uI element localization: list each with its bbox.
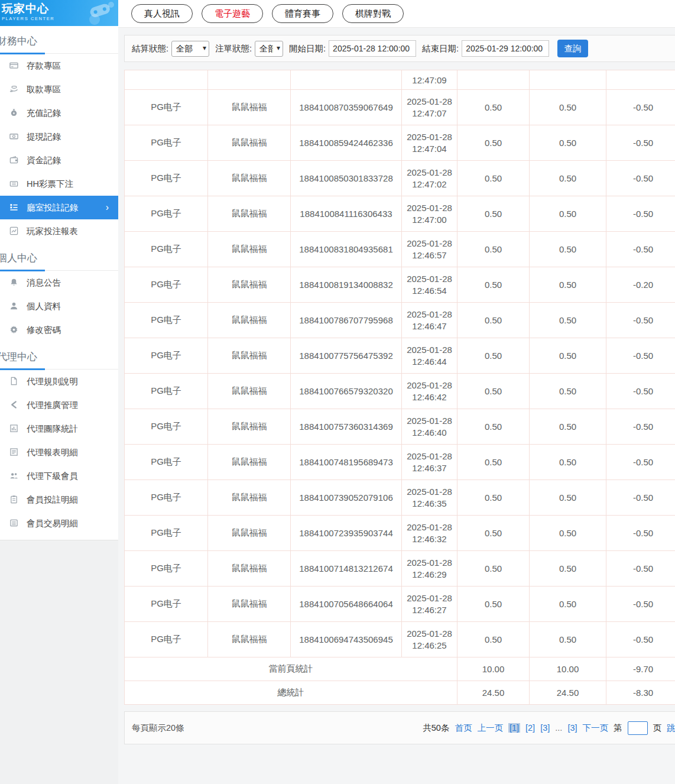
cashout-banknote-icon [9,132,19,141]
game-cell: 鼠鼠福福 [208,374,291,409]
time-cell: 2025-01-2812:46:25 [402,622,457,657]
query-button[interactable]: 查詢 [557,40,588,57]
sidebar-item[interactable]: 充值記錄 [0,101,118,125]
sidebar-item[interactable]: 個人資料 [0,294,118,318]
end-date-input[interactable] [462,40,549,57]
valid-bet-cell: 0.50 [530,409,606,445]
sidebar-item[interactable]: 代理規則說明 [0,370,118,393]
settle-status-label: 結算狀態: [132,43,168,54]
settle-status-select[interactable]: 全部 [171,41,209,57]
document-icon [9,377,19,386]
sidebar-item[interactable]: 會員投註明細 [0,488,118,511]
category-tab[interactable]: 體育賽事 [272,4,333,23]
provider-cell: PG电子 [125,303,208,338]
time-cell: 2025-01-2812:46:37 [402,445,457,480]
page-link[interactable]: [2] [525,723,535,733]
current-page[interactable]: [1] [508,723,520,733]
order-no-cell: 1884100748195689473 [291,445,402,480]
table-row: PG电子 鼠鼠福福 1884100714813212674 2025-01-28… [125,551,675,587]
start-date-input[interactable] [329,40,416,57]
team-stats-icon [9,424,19,433]
valid-bet-cell: 0.50 [530,267,606,303]
sidebar-item[interactable]: 代理團隊統計 [0,417,118,440]
time-cell: 2025-01-2812:47:02 [402,161,457,196]
sidebar-item[interactable]: 修改密碼 [0,318,118,342]
valid-bet-cell: 0.50 [530,587,606,622]
bet-cell: 0.50 [457,338,530,374]
provider-cell: PG电子 [125,196,208,232]
sidebar-item[interactable]: 提現記錄 [0,125,118,148]
pagination-bar: 每頁顯示20條 共50条 首页 上一页 [1][2][3]...[3]下一页 第… [124,711,675,744]
prev-page-link[interactable]: 上一页 [477,723,503,734]
next-page-link[interactable]: 下一页 [583,723,609,734]
table-row: PG电子 鼠鼠福福 1884100831804935681 2025-01-28… [125,232,675,267]
win-loss-cell: -0.50 [606,232,675,267]
order-no-cell: 1884100841116306433 [291,196,402,232]
bet-records-table: 12:47:09 PG电子 鼠鼠福福 1884100870359067649 2… [124,70,675,705]
category-tab[interactable]: 電子遊藝 [202,4,263,23]
bet-cell: 0.50 [457,303,530,338]
report-detail-icon [9,448,19,457]
valid-bet-cell: 0.50 [530,551,606,587]
sidebar-item[interactable]: 資金記錄 [0,148,118,172]
provider-cell: PG电子 [125,551,208,587]
sidebar-section: 個人中心 消息公告 個人資料 修改密碼 [0,243,118,342]
sidebar-item[interactable]: 廳室投註記錄 › [0,196,118,219]
sidebar-item[interactable]: 會員交易明細 [0,511,118,535]
category-tab[interactable]: 真人視訊 [131,4,193,23]
page-summary-valid-bet: 10.00 [530,657,606,681]
sidebar-item[interactable]: 代理報表明細 [0,440,118,464]
win-loss-cell: -0.50 [606,125,675,161]
win-loss-cell: -0.20 [606,267,675,303]
bet-cell: 0.50 [457,161,530,196]
bet-cell: 0.50 [457,480,530,516]
page-jump-input[interactable] [628,721,648,735]
sidebar-item[interactable]: 存款專區 [0,54,118,77]
valid-bet-cell: 0.50 [530,480,606,516]
category-tabs: 真人視訊 電子遊藝 體育賽事 棋牌對戰 [118,0,675,28]
sidebar-section-title: 代理中心 [0,342,118,370]
game-cell: 鼠鼠福福 [208,445,291,480]
gear-icon [9,325,19,335]
sidebar-item[interactable]: HH彩票下注 [0,172,118,196]
pagination: 共50条 首页 上一页 [1][2][3]...[3]下一页 第 页 跳转 [423,721,675,735]
chevron-right-icon: › [106,203,109,212]
table-row: PG电子 鼠鼠福福 1884100870359067649 2025-01-28… [125,90,675,125]
time-cell: 2025-01-2812:46:44 [402,338,457,374]
bet-records-icon [9,203,19,212]
sidebar-item[interactable]: 消息公告 [0,271,118,294]
table-row: PG电子 鼠鼠福福 1884100841116306433 2025-01-28… [125,196,675,232]
order-no-cell: 1884100705648664064 [291,587,402,622]
provider-cell: PG电子 [125,480,208,516]
order-no-cell: 1884100819134008832 [291,267,402,303]
page-link[interactable]: [3] [540,723,550,733]
order-no-cell: 1884100786707795968 [291,303,402,338]
win-loss-cell: -0.50 [606,516,675,551]
total-summary-label: 總統計 [125,681,457,705]
game-cell: 鼠鼠福福 [208,232,291,267]
category-tab[interactable]: 棋牌對戰 [342,4,404,23]
game-cell: 鼠鼠福福 [208,516,291,551]
first-page-link[interactable]: 首页 [455,723,472,734]
game-cell: 鼠鼠福福 [208,480,291,516]
sidebar-item[interactable]: 代理下級會員 [0,464,118,488]
valid-bet-cell: 0.50 [530,622,606,657]
win-loss-cell: -0.50 [606,338,675,374]
win-loss-cell: -0.50 [606,161,675,196]
page-link[interactable]: [3] [567,723,577,733]
gamepad-icon [82,1,116,25]
sidebar-item[interactable]: 玩家投注報表 [0,219,118,243]
total-summary-row: 總統計 24.50 24.50 -8.30 [125,681,675,705]
provider-cell: PG电子 [125,409,208,445]
sidebar-item[interactable]: 代理推廣管理 [0,393,118,417]
order-no-cell: 1884100766579320320 [291,374,402,409]
goto-prefix: 第 [614,723,622,734]
bet-cell: 0.50 [457,232,530,267]
order-no-cell: 1884100831804935681 [291,232,402,267]
time-cell: 2025-01-2812:46:32 [402,516,457,551]
provider-cell: PG电子 [125,516,208,551]
order-status-select[interactable]: 全部 [255,41,283,57]
jump-link[interactable]: 跳转 [667,723,675,734]
sidebar-item[interactable]: 取款專區 [0,77,118,101]
time-cell: 2025-01-2812:46:27 [402,587,457,622]
